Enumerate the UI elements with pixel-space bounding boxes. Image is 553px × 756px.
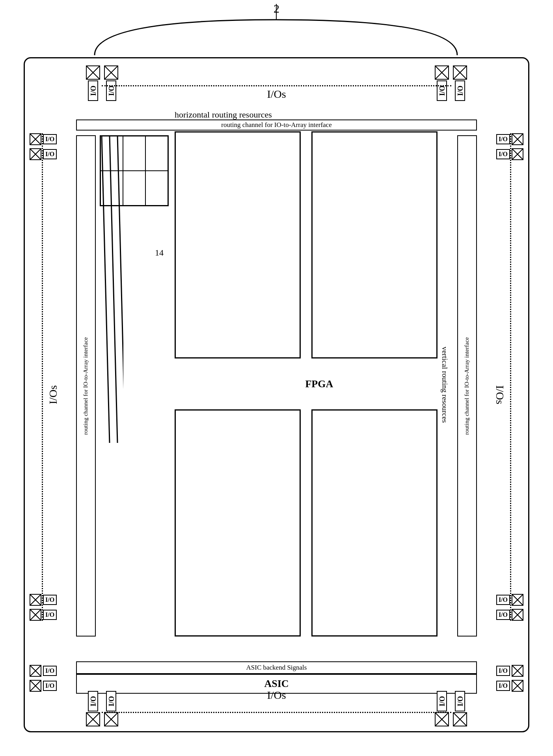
io-unit-bottom-right-1: I/O: [435, 691, 449, 726]
left-dotted-line: [42, 133, 43, 621]
io-x-box: [86, 712, 100, 726]
io-label-h: I/O: [496, 134, 510, 144]
io-unit-bottom-left-2: I/O: [104, 691, 118, 726]
io-x-box: [435, 65, 449, 80]
io-label-h: I/O: [43, 666, 57, 676]
io-label: I/O: [106, 691, 116, 711]
left-io-pair-3: I/O: [30, 594, 57, 606]
ios-label-top: I/Os: [25, 88, 528, 101]
page: 2 I/O I/O I/O I/O: [0, 0, 553, 756]
dotted-line-top: [102, 85, 451, 86]
bottom-io-left-group: I/O I/O: [86, 691, 118, 726]
left-io-pair-1: I/O: [30, 133, 57, 145]
io-x-box: [453, 712, 467, 726]
ios-label-right: I/Os: [493, 385, 506, 404]
io-x-box: [104, 712, 118, 726]
io-x-box: [512, 133, 523, 145]
io-unit-bottom-right-2: I/O: [453, 691, 467, 726]
io-x-box: [512, 665, 523, 677]
fpga-label: FPGA: [305, 378, 333, 390]
io-label-h: I/O: [43, 610, 57, 620]
left-io-top: I/O I/O: [30, 133, 57, 160]
left-io-bottom: I/O I/O: [30, 594, 57, 621]
right-routing-channel-label: routing channel for IO-to-Array interfac…: [463, 337, 471, 435]
io-x-box: [30, 609, 41, 621]
io-x-box: [453, 65, 467, 80]
right-dotted-line: [510, 133, 511, 621]
io-label-h: I/O: [496, 595, 510, 605]
io-x-box: [512, 148, 523, 160]
io-label-h: I/O: [43, 149, 57, 159]
ios-label-left: I/Os: [47, 385, 60, 404]
left-io-pair-4: I/O: [30, 609, 57, 621]
lut-cell: [123, 136, 145, 171]
bottom-io-right-group: I/O I/O: [435, 691, 467, 726]
io-x-box: [30, 148, 41, 160]
io-label: I/O: [437, 691, 447, 711]
io-x-box: [30, 133, 41, 145]
lut-cell: [145, 136, 168, 171]
io-label-h: I/O: [496, 610, 510, 620]
io-x-box: [435, 712, 449, 726]
io-unit-bottom-left-1: I/O: [86, 691, 100, 726]
io-x-box: [30, 594, 41, 606]
left-asic-io-pair-1: I/O: [30, 665, 57, 677]
frame-top-left: [175, 131, 301, 358]
left-routing-channel: routing channel for IO-to-Array interfac…: [76, 135, 96, 637]
frame-top-right: [311, 131, 438, 358]
io-label-h: I/O: [496, 666, 510, 676]
left-asic-io: I/O I/O: [30, 665, 57, 692]
brace-number: 2: [274, 2, 279, 15]
inner-frames: FPGA horizontal routing resources: [175, 131, 438, 637]
io-label: I/O: [88, 691, 98, 711]
lut-cell: [101, 171, 123, 205]
right-routing-channel: routing channel for IO-to-Array interfac…: [457, 135, 477, 637]
io-x-box: [512, 609, 523, 621]
io-x-box: [86, 65, 100, 80]
frame-bottom-right: [311, 409, 438, 637]
routing-channel-top: routing channel for IO-to-Array interfac…: [76, 119, 477, 131]
vertical-routing-label: vertical routing resources: [440, 347, 449, 423]
lut-cell: [101, 136, 123, 171]
io-label-h: I/O: [43, 595, 57, 605]
io-x-box: [512, 594, 523, 606]
horizontal-routing-label: horizontal routing resources: [175, 110, 438, 120]
right-asic-io-pair-1: I/O: [496, 665, 523, 677]
io-label-h: I/O: [496, 149, 510, 159]
left-io-pair-2: I/O: [30, 148, 57, 160]
left-routing-channel-label: routing channel for IO-to-Array interfac…: [82, 337, 90, 435]
asic-backend-row: ASIC backend Signals: [76, 661, 477, 674]
frame-bottom-left: [175, 409, 301, 637]
io-label-h: I/O: [43, 134, 57, 144]
vertical-routing-container: vertical routing resources: [437, 135, 452, 635]
label-14: 14: [155, 248, 164, 258]
io-x-box: [104, 65, 118, 80]
io-label: I/O: [455, 691, 465, 711]
lut-cell: [145, 171, 168, 205]
main-box: I/O I/O I/O I/O I/Os routing channel for…: [24, 57, 529, 732]
io-x-box: [30, 665, 41, 677]
lut-grid: [100, 135, 169, 206]
right-asic-io: I/O I/O: [496, 665, 523, 692]
dotted-line-bottom: [102, 712, 451, 713]
lut-cell: [123, 171, 145, 205]
